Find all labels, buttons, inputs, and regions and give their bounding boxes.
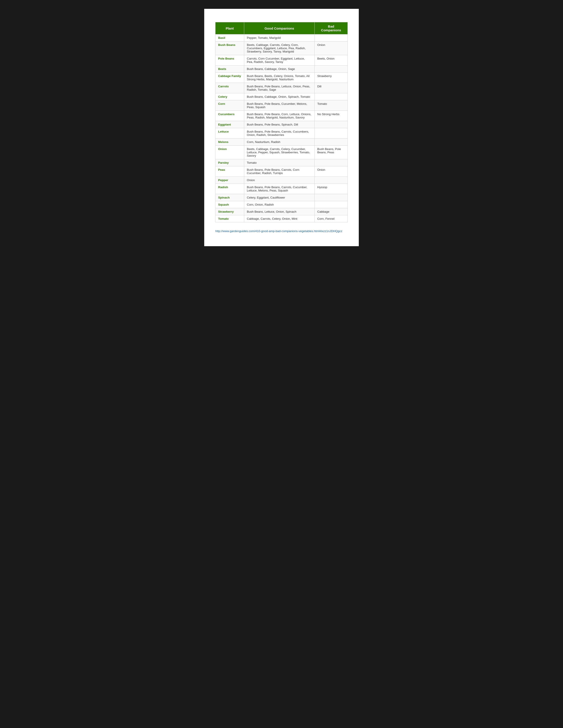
plant-name: Peas — [215, 166, 244, 177]
col-plant-header: Plant — [215, 22, 244, 34]
bad-companions: Onion — [315, 41, 348, 55]
page-container: Plant Good Companions Bad Companions Bas… — [204, 9, 359, 246]
good-companions: Bush Beans, Pole Beans, Spinach, Dill — [244, 121, 315, 128]
good-companions: Bush Beans, Beets, Celery, Onions, Tomat… — [244, 73, 315, 83]
bad-companions — [315, 128, 348, 139]
good-companions: Bush Beans, Pole Beans, Lettuce, Onion, … — [244, 83, 315, 93]
bad-companions — [315, 194, 348, 201]
table-row: CarrotsBush Beans, Pole Beans, Lettuce, … — [215, 83, 348, 93]
good-companions: Beets, Cabbage, Carrots, Celery, Cucumbe… — [244, 146, 315, 159]
bad-companions — [315, 121, 348, 128]
plant-name: Squash — [215, 201, 244, 208]
col-bad-header: Bad Companions — [315, 22, 348, 34]
good-companions: Celery, Eggplant, Cauliflower — [244, 194, 315, 201]
good-companions: Beets, Cabbage, Carrots, Celery, Corn, C… — [244, 41, 315, 55]
bad-companions: Bush Beans, Pole Beans, Peas — [315, 146, 348, 159]
bad-companions: Dill — [315, 83, 348, 93]
good-companions: Corn, Onion, Radish — [244, 201, 315, 208]
table-row: BeetsBush Beans, Cabbage, Onion, Sage — [215, 66, 348, 73]
bad-companions: Onion — [315, 166, 348, 177]
table-row: OnionBeets, Cabbage, Carrots, Celery, Cu… — [215, 146, 348, 159]
plant-name: Radish — [215, 184, 244, 194]
plant-name: Cabbage Family — [215, 73, 244, 83]
good-companions: Carrots, Corn Cucumber, Eggplant, Lettuc… — [244, 55, 315, 66]
plant-name: Pole Beans — [215, 55, 244, 66]
plant-name: Basil — [215, 34, 244, 41]
table-row: SpinachCelery, Eggplant, Cauliflower — [215, 194, 348, 201]
table-row: Cabbage FamilyBush Beans, Beets, Celery,… — [215, 73, 348, 83]
table-row: PeasBush Beans, Pole Beans, Carrots, Cor… — [215, 166, 348, 177]
table-row: RadishBush Beans, Pole Beans, Carrots, C… — [215, 184, 348, 194]
good-companions: Tomato — [244, 159, 315, 166]
table-row: ParsleyTomato — [215, 159, 348, 166]
bad-companions — [315, 177, 348, 184]
plant-name: Cucumbers — [215, 111, 244, 121]
source-link-section: http://www.gardenguides.com/410-good-amp… — [215, 229, 348, 233]
plant-name: Lettuce — [215, 128, 244, 139]
plant-name: Eggplant — [215, 121, 244, 128]
good-companions: Bush Beans, Cabbage, Onion, Spinach, Tom… — [244, 93, 315, 100]
good-companions: Bush Beans, Lettuce, Onion, Spinach — [244, 208, 315, 215]
table-row: Pole BeansCarrots, Corn Cucumber, Eggpla… — [215, 55, 348, 66]
plant-name: Onion — [215, 146, 244, 159]
col-good-header: Good Companions — [244, 22, 315, 34]
table-row: StrawberryBush Beans, Lettuce, Onion, Sp… — [215, 208, 348, 215]
good-companions: Pepper, Tomato, Marigold — [244, 34, 315, 41]
bad-companions — [315, 201, 348, 208]
bad-companions — [315, 66, 348, 73]
plant-name: Spinach — [215, 194, 244, 201]
bad-companions: No Strong Herbs — [315, 111, 348, 121]
good-companions: Bush Beans, Pole Beans, Corn, Lettuce, O… — [244, 111, 315, 121]
plant-name: Carrots — [215, 83, 244, 93]
good-companions: Bush Beans, Pole Beans, Carrots, Corn Cu… — [244, 166, 315, 177]
table-row: SquashCorn, Onion, Radish — [215, 201, 348, 208]
table-row: PepperOnion — [215, 177, 348, 184]
good-companions: Onion — [244, 177, 315, 184]
table-row: MelonsCorn, Nasturtium, Radish — [215, 139, 348, 146]
bad-companions: Cabbage — [315, 208, 348, 215]
table-row: BasilPepper, Tomato, Marigold — [215, 34, 348, 41]
good-companions: Bush Beans, Pole Beans, Carrots, Cucumbe… — [244, 128, 315, 139]
table-row: CucumbersBush Beans, Pole Beans, Corn, L… — [215, 111, 348, 121]
plant-name: Tomato — [215, 215, 244, 222]
plant-name: Corn — [215, 100, 244, 111]
bad-companions — [315, 34, 348, 41]
companions-table: Plant Good Companions Bad Companions Bas… — [215, 22, 348, 222]
plant-name: Strawberry — [215, 208, 244, 215]
table-row: CeleryBush Beans, Cabbage, Onion, Spinac… — [215, 93, 348, 100]
bad-companions: Corn, Fennel — [315, 215, 348, 222]
bad-companions: Hyssop — [315, 184, 348, 194]
good-companions: Bush Beans, Cabbage, Onion, Sage — [244, 66, 315, 73]
bad-companions — [315, 159, 348, 166]
plant-name: Parsley — [215, 159, 244, 166]
table-row: TomatoCabbage, Carrots, Celery, Onion, M… — [215, 215, 348, 222]
table-row: CornBush Beans, Pole Beans, Cucumber, Me… — [215, 100, 348, 111]
bad-companions: Strawberry — [315, 73, 348, 83]
plant-name: Pepper — [215, 177, 244, 184]
table-row: LettuceBush Beans, Pole Beans, Carrots, … — [215, 128, 348, 139]
source-link[interactable]: http://www.gardenguides.com/410-good-amp… — [215, 229, 343, 233]
plant-name: Beets — [215, 66, 244, 73]
good-companions: Bush Beans, Pole Beans, Cucumber, Melons… — [244, 100, 315, 111]
bad-companions: Tomato — [315, 100, 348, 111]
good-companions: Corn, Nasturtium, Radish — [244, 139, 315, 146]
good-companions: Bush Beans, Pole Beans, Carrots, Cucumbe… — [244, 184, 315, 194]
bad-companions: Beets, Onion — [315, 55, 348, 66]
plant-name: Bush Beans — [215, 41, 244, 55]
bad-companions — [315, 139, 348, 146]
table-row: Bush BeansBeets, Cabbage, Carrots, Celer… — [215, 41, 348, 55]
bad-companions — [315, 93, 348, 100]
plant-name: Celery — [215, 93, 244, 100]
table-row: EggplantBush Beans, Pole Beans, Spinach,… — [215, 121, 348, 128]
plant-name: Melons — [215, 139, 244, 146]
good-companions: Cabbage, Carrots, Celery, Onion, Mint — [244, 215, 315, 222]
